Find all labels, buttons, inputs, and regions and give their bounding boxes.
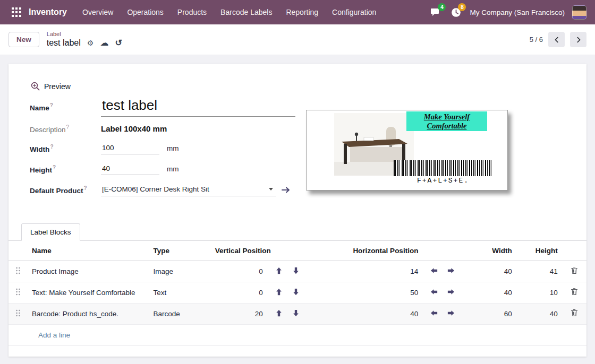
menu-products[interactable]: Products	[172, 5, 212, 20]
barcode-text: F+A+L+S+E.	[394, 177, 492, 185]
pager-next-button[interactable]	[570, 32, 586, 47]
cell-block-name[interactable]: Barcode: Product hs_code.	[28, 303, 149, 324]
header-horizontal-position[interactable]: Horizontal Position	[308, 241, 422, 261]
cell-delete	[562, 282, 586, 303]
new-button[interactable]: New	[8, 32, 39, 47]
cell-block-type[interactable]: Barcode	[149, 303, 210, 324]
arrow-up-icon	[275, 288, 283, 296]
move-right-button[interactable]	[447, 288, 455, 297]
cell-vertical-position[interactable]: 0	[211, 261, 267, 282]
vertical-position-value: 0	[259, 267, 263, 275]
chevron-right-icon	[575, 36, 582, 44]
menu-operations[interactable]: Operations	[121, 5, 169, 20]
move-down-button[interactable]	[292, 267, 300, 276]
move-right-button[interactable]	[447, 267, 455, 276]
cell-width[interactable]: 40	[463, 282, 516, 303]
move-down-button[interactable]	[292, 309, 300, 318]
top-navbar: Inventory Overview Operations Products B…	[0, 0, 595, 24]
label-blocks-body: Product Image Image 0 14 40 41	[8, 261, 586, 324]
drag-handle[interactable]	[8, 303, 28, 324]
company-switcher[interactable]: My Company (San Francisco)	[470, 8, 565, 16]
height-input[interactable]	[101, 163, 159, 175]
delete-row-button[interactable]	[571, 266, 578, 276]
header-type[interactable]: Type	[149, 241, 210, 261]
cell-vertical-arrows	[267, 303, 308, 324]
cell-height[interactable]: 40	[516, 303, 562, 324]
menu-reporting[interactable]: Reporting	[280, 5, 324, 20]
name-input[interactable]	[101, 97, 295, 117]
delete-row-button[interactable]	[571, 309, 578, 318]
internal-link-icon[interactable]	[282, 186, 290, 194]
cell-block-name[interactable]: Product Image	[28, 261, 149, 282]
menu-configuration[interactable]: Configuration	[326, 5, 382, 20]
cell-horizontal-position[interactable]: 40	[308, 303, 422, 324]
width-input[interactable]	[101, 143, 159, 154]
block-name: Barcode: Product hs_code.	[32, 310, 118, 318]
table-row: Barcode: Product hs_code. Barcode 20 40 …	[8, 303, 586, 324]
move-left-button[interactable]	[430, 309, 438, 318]
move-up-button[interactable]	[275, 288, 283, 297]
cell-height[interactable]: 41	[516, 261, 562, 282]
vertical-position-value: 20	[255, 310, 263, 318]
cell-height[interactable]: 10	[516, 282, 562, 303]
label-text-block: Make Yourself Comfortable	[406, 111, 487, 131]
menu-overview[interactable]: Overview	[76, 5, 119, 20]
help-icon: ?	[84, 185, 87, 191]
drag-handle[interactable]	[8, 261, 28, 282]
move-up-button[interactable]	[275, 267, 283, 276]
cell-block-name[interactable]: Text: Make Yourself Comfortable	[28, 282, 149, 303]
messages-icon[interactable]: 4	[429, 6, 442, 19]
delete-row-button[interactable]	[571, 288, 578, 297]
cell-width[interactable]: 40	[463, 261, 516, 282]
block-type: Image	[153, 267, 173, 275]
discard-icon[interactable]: ↺	[115, 39, 122, 47]
label-text-line2: Comfortable	[408, 122, 486, 131]
app-name[interactable]: Inventory	[29, 7, 67, 17]
cell-block-type[interactable]: Text	[149, 282, 210, 303]
move-right-button[interactable]	[447, 309, 455, 318]
breadcrumb-parent[interactable]: Label	[47, 31, 122, 38]
preview-button[interactable]: Preview	[31, 82, 71, 91]
apps-menu-icon[interactable]	[8, 4, 24, 20]
help-icon: ?	[50, 102, 53, 108]
cell-horizontal-position[interactable]: 14	[308, 261, 422, 282]
label-text-line1: Make Yourself	[408, 112, 486, 122]
move-left-button[interactable]	[430, 288, 438, 297]
horizontal-position-value: 50	[410, 289, 418, 297]
cell-block-type[interactable]: Image	[149, 261, 210, 282]
header-vertical-position[interactable]: Vertical Position	[211, 241, 267, 261]
width-value: 60	[504, 310, 512, 318]
name-field-label: Name?	[30, 97, 101, 112]
block-type: Barcode	[153, 310, 180, 318]
cell-vertical-position[interactable]: 20	[211, 303, 267, 324]
move-left-button[interactable]	[430, 267, 438, 276]
description-value: Label 100x40 mm	[101, 124, 306, 133]
save-cloud-icon[interactable]: ☁	[100, 39, 108, 47]
actions-gear-icon[interactable]: ⚙	[87, 39, 94, 47]
header-width[interactable]: Width	[463, 241, 516, 261]
breadcrumb-current: test label	[47, 38, 81, 48]
add-a-line-link[interactable]: Add a line	[8, 324, 586, 346]
default-product-select[interactable]: [E-COM06] Corner Desk Right Sit	[101, 184, 276, 196]
arrow-down-icon	[292, 288, 300, 296]
form-sheet: Preview Name? Description? Label 100x40 …	[8, 64, 586, 357]
arrow-right-icon	[447, 309, 455, 317]
pager-previous-button[interactable]	[548, 32, 565, 47]
menu-barcode-labels[interactable]: Barcode Labels	[215, 5, 278, 20]
cell-vertical-position[interactable]: 0	[211, 282, 267, 303]
header-height[interactable]: Height	[516, 241, 562, 261]
drag-handle[interactable]	[8, 282, 28, 303]
cell-horizontal-position[interactable]: 50	[308, 282, 422, 303]
description-field-label: Description?	[30, 124, 101, 134]
drag-dots-icon	[15, 288, 21, 296]
navbar-systray: 4 8 My Company (San Francisco)	[429, 5, 586, 20]
cell-width[interactable]: 60	[463, 303, 516, 324]
move-up-button[interactable]	[275, 309, 283, 318]
arrow-right-icon	[447, 288, 455, 296]
tab-label-blocks[interactable]: Label Blocks	[21, 223, 80, 241]
header-horizontal-arrows	[422, 241, 463, 261]
user-avatar[interactable]	[572, 5, 586, 20]
activities-icon[interactable]: 8	[449, 6, 462, 19]
header-name[interactable]: Name	[28, 241, 149, 261]
move-down-button[interactable]	[292, 288, 300, 297]
